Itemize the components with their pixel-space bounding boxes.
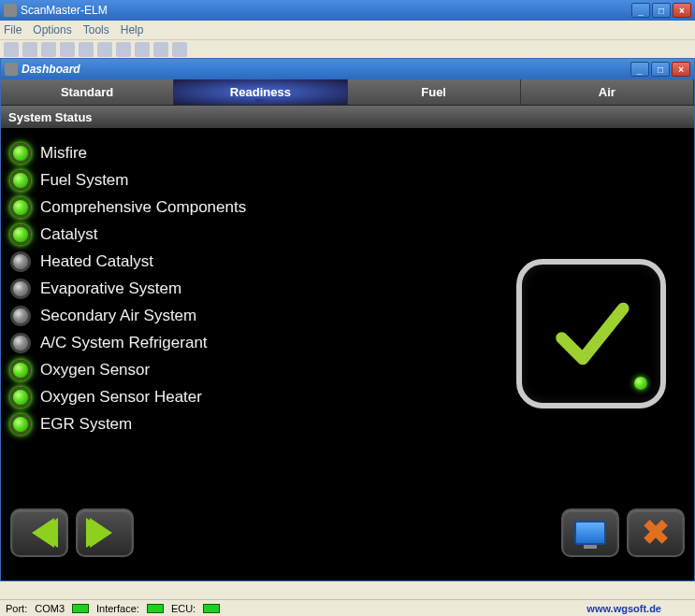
status-label: Secondary Air System	[40, 307, 196, 325]
arrow-right-icon	[86, 518, 123, 548]
toolbar-icon[interactable]	[116, 42, 131, 57]
toolbar	[0, 39, 695, 58]
status-label: Heated Catalyst	[40, 252, 153, 271]
status-label: Misfire	[40, 144, 87, 163]
status-dot-icon	[634, 377, 647, 390]
dashboard-window-controls: _ □ ×	[630, 62, 690, 77]
nav-row: ✖	[1, 500, 694, 566]
menu-tools[interactable]: Tools	[83, 23, 109, 36]
next-button[interactable]	[76, 509, 134, 557]
status-led-icon	[10, 333, 31, 353]
minimize-button[interactable]: _	[631, 3, 650, 18]
arrow-left-icon	[21, 518, 58, 548]
cancel-button[interactable]: ✖	[627, 509, 685, 557]
status-led-icon	[10, 224, 31, 245]
dashboard-title: Dashboard	[22, 63, 630, 76]
toolbar-icon[interactable]	[4, 42, 19, 57]
app-title: ScanMaster-ELM	[21, 4, 631, 17]
status-item: Fuel System	[10, 170, 685, 191]
status-item: EGR System	[10, 414, 685, 435]
status-led-icon	[10, 197, 31, 218]
menu-options[interactable]: Options	[33, 23, 71, 36]
status-item: Comprehensive Components	[10, 197, 685, 218]
port-value: COM3	[35, 603, 65, 614]
status-label: Evaporative System	[40, 279, 181, 298]
dashboard-titlebar: Dashboard _ □ ×	[1, 59, 694, 79]
dashboard-window: Dashboard _ □ × Standard Readiness Fuel …	[0, 58, 695, 581]
interface-led-icon	[147, 604, 164, 613]
status-label: Comprehensive Components	[40, 198, 246, 217]
maximize-button[interactable]: □	[652, 3, 671, 18]
status-led-icon	[10, 251, 31, 272]
dashboard-tabs: Standard Readiness Fuel Air	[1, 79, 694, 106]
status-item: Catalyst	[10, 224, 685, 245]
status-led-icon	[10, 306, 31, 326]
x-icon: ✖	[642, 516, 670, 550]
monitor-icon	[574, 521, 606, 545]
dashboard-maximize-button[interactable]: □	[651, 62, 670, 77]
toolbar-icon[interactable]	[41, 42, 56, 57]
statusbar: Port: COM3 Interface: ECU: www.wgsoft.de	[0, 599, 695, 616]
port-label: Port:	[6, 603, 27, 614]
menubar: File Options Tools Help	[0, 21, 695, 39]
close-button[interactable]: ×	[673, 3, 691, 18]
section-header: System Status	[1, 106, 694, 128]
status-led-icon	[10, 387, 31, 408]
website-link[interactable]: www.wgsoft.de	[586, 603, 661, 614]
status-label: Oxygen Sensor	[40, 361, 150, 380]
tab-fuel[interactable]: Fuel	[348, 79, 521, 105]
dashboard-icon	[5, 63, 18, 76]
dashboard-minimize-button[interactable]: _	[630, 62, 649, 77]
status-label: A/C System Refrigerant	[40, 334, 208, 352]
prev-button[interactable]	[10, 509, 68, 557]
app-icon	[4, 4, 17, 17]
toolbar-icon[interactable]	[135, 42, 150, 57]
status-led-icon	[10, 170, 31, 191]
interface-label: Interface:	[96, 603, 139, 614]
status-area: MisfireFuel SystemComprehensive Componen…	[1, 128, 694, 500]
ecu-led-icon	[203, 604, 220, 613]
status-led-icon	[10, 414, 31, 435]
overall-status-panel	[516, 259, 666, 408]
check-icon	[549, 292, 633, 376]
status-label: Fuel System	[40, 171, 128, 190]
status-item: Misfire	[10, 143, 685, 164]
tab-air[interactable]: Air	[521, 79, 694, 105]
status-label: EGR System	[40, 415, 132, 434]
toolbar-icon[interactable]	[22, 42, 37, 57]
dashboard-close-button[interactable]: ×	[672, 62, 690, 77]
tab-standard[interactable]: Standard	[1, 79, 174, 105]
toolbar-icon[interactable]	[60, 42, 75, 57]
display-button[interactable]	[561, 509, 619, 557]
toolbar-icon[interactable]	[172, 42, 187, 57]
toolbar-icon[interactable]	[97, 42, 112, 57]
ecu-label: ECU:	[171, 603, 195, 614]
toolbar-icon[interactable]	[153, 42, 168, 57]
toolbar-icon[interactable]	[79, 42, 94, 57]
status-label: Catalyst	[40, 225, 97, 244]
status-led-icon	[10, 279, 31, 299]
port-led-icon	[72, 604, 89, 613]
menu-help[interactable]: Help	[121, 23, 144, 36]
main-titlebar: ScanMaster-ELM _ □ ×	[0, 0, 695, 21]
status-led-icon	[10, 143, 31, 164]
status-led-icon	[10, 360, 31, 380]
status-label: Oxygen Sensor Heater	[40, 388, 202, 407]
menu-file[interactable]: File	[4, 23, 22, 36]
window-controls: _ □ ×	[631, 3, 691, 18]
tab-readiness[interactable]: Readiness	[174, 79, 347, 105]
